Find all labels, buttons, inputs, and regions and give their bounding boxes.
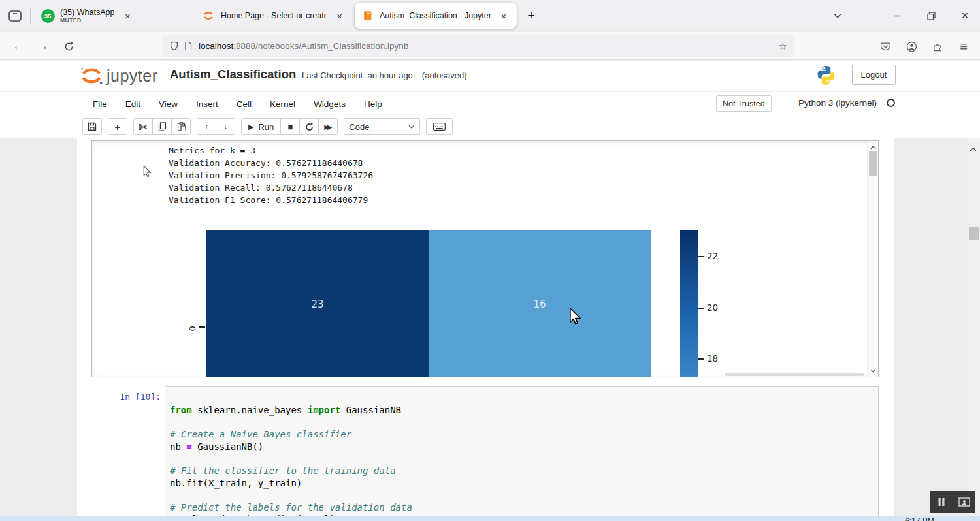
keyboard-icon	[433, 123, 446, 131]
reload-icon[interactable]	[60, 38, 77, 55]
scrollbar-thumb[interactable]	[869, 151, 877, 176]
code-cell-input[interactable]: from sklearn.naive_bayes import Gaussian…	[165, 386, 879, 521]
run-label: Run	[258, 122, 274, 132]
cut-cell-button[interactable]	[133, 118, 153, 135]
url-path: :8888/notebooks/Autism_Classification.ip…	[233, 41, 408, 51]
output-vertical-scrollbar[interactable]	[867, 141, 878, 377]
scroll-down-icon[interactable]	[869, 366, 877, 375]
tab-whatsapp[interactable]: 35 (35) WhatsApp MUTED ×	[35, 3, 189, 29]
cell-output-scroll-area[interactable]: Metrics for k = 3Validation Accuracy: 0.…	[91, 140, 879, 377]
account-icon[interactable]	[903, 38, 920, 55]
screen: 35 (35) WhatsApp MUTED × Home Page - Sel…	[0, 0, 980, 521]
notebook-menubar: File Edit View Insert Cell Kernel Widget…	[0, 92, 980, 116]
taskbar-clock: 6:17 PM	[905, 516, 934, 521]
code-line: # Create a Naive Bayes classifier	[170, 428, 412, 441]
command-palette-button[interactable]	[426, 118, 453, 135]
menu-hamburger-icon[interactable]: ≡	[955, 38, 972, 55]
firefox-view-icon[interactable]	[7, 8, 24, 24]
checkpoint-status: Last Checkpoint: an hour ago(autosaved)	[302, 71, 467, 80]
menu-view[interactable]: View	[150, 95, 187, 113]
run-play-icon: ▶	[248, 123, 253, 131]
extensions-puzzle-icon[interactable]	[929, 38, 946, 55]
scissors-icon	[139, 123, 148, 131]
scrollbar-thumb[interactable]	[969, 227, 979, 240]
code-editor[interactable]: from sklearn.naive_bayes import Gaussian…	[170, 404, 412, 521]
colorbar-tick-label: 18	[707, 353, 718, 364]
kernel-separator	[792, 97, 792, 111]
menu-widgets[interactable]: Widgets	[304, 95, 355, 113]
save-button[interactable]	[82, 118, 102, 135]
code-line	[170, 452, 412, 465]
notebook-title[interactable]: Autism_Classification	[170, 67, 296, 82]
close-tab-icon[interactable]: ×	[497, 9, 510, 22]
restore-window-icon[interactable]	[916, 0, 946, 31]
minimize-window-icon[interactable]	[882, 0, 912, 31]
menu-insert[interactable]: Insert	[187, 95, 227, 113]
output-line: Metrics for k = 3	[169, 144, 373, 157]
pause-button[interactable]	[930, 491, 953, 513]
new-tab-button[interactable]: +	[523, 7, 540, 24]
kernel-name: Python 3 (ipykernel)	[798, 98, 877, 108]
close-tab-icon[interactable]: ×	[333, 9, 346, 22]
menu-help[interactable]: Help	[355, 95, 391, 113]
code-line	[170, 417, 412, 429]
copy-cell-button[interactable]	[152, 118, 172, 135]
scroll-up-icon[interactable]	[970, 142, 977, 154]
notebook-favicon	[360, 8, 374, 23]
page-vertical-scrollbar[interactable]	[968, 138, 980, 521]
paste-cell-button[interactable]	[171, 118, 191, 135]
whatsapp-favicon: 35	[41, 8, 55, 23]
tab-muted-label: MUTED	[60, 17, 114, 24]
close-tab-icon[interactable]: ×	[121, 9, 134, 22]
jupyter-logo[interactable]: jupyter	[79, 65, 158, 87]
copy-icon	[158, 122, 167, 131]
menu-cell[interactable]: Cell	[227, 95, 261, 113]
scroll-up-icon[interactable]	[869, 143, 877, 151]
run-button[interactable]: ▶ Run	[241, 118, 281, 135]
menu-edit[interactable]: Edit	[116, 95, 150, 113]
output-line: Validation Accuracy: 0.576271186440678	[169, 157, 373, 169]
url-host: localhost	[199, 41, 233, 51]
menu-kernel[interactable]: Kernel	[261, 95, 304, 113]
move-cell-down-button[interactable]: ↓	[216, 118, 235, 135]
picture-in-picture-button[interactable]	[953, 491, 975, 513]
forward-icon[interactable]: →	[35, 38, 52, 55]
restart-run-all-button[interactable]: ▶▶	[318, 118, 338, 135]
heatmap-cell-value: 16	[533, 298, 546, 310]
tab-autism-classification[interactable]: Autism_Classification - Jupyter ×	[355, 3, 517, 29]
bookmark-star-icon[interactable]: ☆	[779, 40, 787, 52]
jupyter-logo-icon	[79, 65, 104, 87]
pocket-icon[interactable]	[877, 38, 894, 55]
list-all-tabs-icon[interactable]	[823, 0, 853, 31]
back-icon[interactable]: ←	[10, 38, 27, 55]
not-trusted-button[interactable]: Not Trusted	[716, 95, 772, 112]
code-line: # Predict the labels for the validation …	[170, 501, 412, 514]
url-bar[interactable]: localhost:8888/notebooks/Autism_Classifi…	[162, 35, 794, 57]
heatmap-ytick-mark	[199, 326, 205, 328]
restart-kernel-button[interactable]	[299, 118, 319, 135]
url-text: localhost:8888/notebooks/Autism_Classifi…	[199, 41, 408, 51]
jupyter-header: jupyter Autism_Classification Last Check…	[0, 61, 980, 91]
interrupt-kernel-button[interactable]: ■	[280, 118, 300, 135]
colorbar-tick-mark	[698, 358, 704, 360]
heatmap-ytick-label: 0	[188, 323, 197, 332]
code-line: from sklearn.naive_bayes import Gaussian…	[170, 404, 412, 417]
python-logo	[815, 65, 837, 89]
menu-file[interactable]: File	[84, 95, 116, 113]
colorbar-tick-mark	[698, 256, 704, 257]
output-horizontal-scrollbar[interactable]	[725, 373, 864, 376]
code-line: nb = GaussianNB()	[170, 441, 412, 453]
cell-type-select[interactable]: Code	[344, 118, 420, 135]
kernel-idle-icon	[887, 99, 895, 107]
move-cell-up-button[interactable]: ↑	[197, 118, 216, 135]
cell-type-value: Code	[349, 122, 369, 132]
tab-jupyter-home[interactable]: Home Page - Select or create a ×	[196, 3, 351, 29]
tab-title: Home Page - Select or create a	[221, 11, 327, 20]
heatmap-cell-value: 23	[311, 298, 323, 310]
tab-separator	[30, 8, 31, 24]
shield-icon	[170, 41, 178, 51]
pause-icon	[938, 497, 945, 507]
logout-button[interactable]: Logout	[852, 65, 896, 85]
add-cell-button[interactable]: +	[108, 118, 127, 135]
close-window-icon[interactable]: ×	[950, 0, 980, 31]
